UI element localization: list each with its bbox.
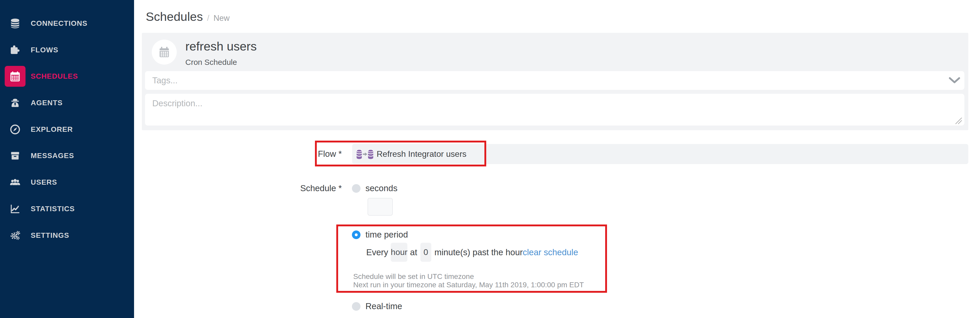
sidebar-item-label: AGENTS	[31, 93, 63, 113]
users-icon	[5, 172, 25, 193]
database-icon	[5, 13, 25, 34]
sidebar-item-agents[interactable]: AGENTS	[0, 93, 134, 113]
sidebar-item-label: FLOWS	[31, 40, 58, 61]
calendar-icon	[5, 66, 25, 87]
flow-value: Refresh Integrator users	[377, 144, 466, 164]
unit-select[interactable]: hour	[391, 243, 407, 262]
sidebar-item-label: EXPLORER	[31, 119, 73, 140]
radio-real-time[interactable]	[352, 302, 361, 311]
seconds-value-input[interactable]	[368, 198, 393, 216]
compass-icon	[5, 119, 25, 140]
sidebar-item-connections[interactable]: CONNECTIONS	[0, 13, 134, 34]
sidebar-item-users[interactable]: USERS	[0, 172, 134, 193]
flow-icon	[356, 149, 374, 161]
schedule-label: Schedule *	[234, 183, 342, 193]
calendar-icon	[158, 46, 171, 59]
sidebar-item-label: SETTINGS	[31, 225, 69, 246]
avatar	[152, 40, 177, 65]
breadcrumb-section[interactable]: Schedules	[146, 10, 203, 24]
time-period-config-row: Every hour at 0 minute(s) past the hour …	[366, 243, 578, 262]
sidebar-item-label: MESSAGES	[31, 145, 74, 166]
resize-handle-icon[interactable]	[955, 117, 962, 125]
agent-icon	[5, 93, 25, 113]
sidebar-item-schedules[interactable]: SCHEDULES	[0, 66, 134, 87]
breadcrumb-separator: /	[207, 14, 210, 23]
sidebar-item-label: CONNECTIONS	[31, 13, 88, 34]
sidebar-item-label: STATISTICS	[31, 198, 75, 219]
next-run-note: Next run in your timezone at Saturday, M…	[353, 281, 584, 289]
sidebar-item-label: SCHEDULES	[31, 66, 78, 87]
sidebar: CONNECTIONS FLOWS	[0, 0, 134, 318]
clear-schedule-link[interactable]: clear schedule	[523, 248, 578, 257]
timezone-note: Schedule will be set in UTC timezone	[353, 272, 474, 281]
radio-seconds[interactable]	[352, 184, 361, 193]
chart-icon	[5, 198, 25, 219]
page-subtitle: Cron Schedule	[185, 58, 237, 67]
radio-real-time-label: Real-time	[366, 301, 402, 312]
sidebar-item-statistics[interactable]: STATISTICS	[0, 198, 134, 219]
puzzle-icon	[5, 40, 25, 61]
gears-icon	[5, 225, 25, 246]
sidebar-item-flows[interactable]: FLOWS	[0, 40, 134, 61]
chevron-down-icon[interactable]	[949, 77, 960, 84]
radio-time-period-label: time period	[366, 229, 408, 240]
schedule-header-card: refresh users Cron Schedule	[142, 33, 968, 130]
suffix-label: minute(s) past the hour	[434, 248, 523, 257]
description-textarea[interactable]	[145, 94, 964, 126]
box-icon	[5, 145, 25, 166]
flow-label: Flow *	[234, 149, 342, 159]
sidebar-item-messages[interactable]: MESSAGES	[0, 145, 134, 166]
every-label: Every	[366, 248, 388, 257]
app-root: CONNECTIONS FLOWS	[0, 0, 980, 318]
sidebar-item-explorer[interactable]: EXPLORER	[0, 119, 134, 140]
flow-field[interactable]: Refresh Integrator users	[352, 144, 968, 164]
sidebar-item-settings[interactable]: SETTINGS	[0, 225, 134, 246]
tags-input[interactable]	[145, 71, 964, 90]
sidebar-item-label: USERS	[31, 172, 57, 193]
minute-input[interactable]: 0	[420, 243, 431, 262]
breadcrumb: Schedules / New	[146, 10, 229, 24]
radio-seconds-label: seconds	[366, 183, 398, 193]
at-label: at	[410, 248, 417, 257]
page-title: refresh users	[185, 39, 257, 53]
radio-time-period[interactable]	[352, 230, 361, 239]
breadcrumb-current: New	[213, 14, 229, 23]
